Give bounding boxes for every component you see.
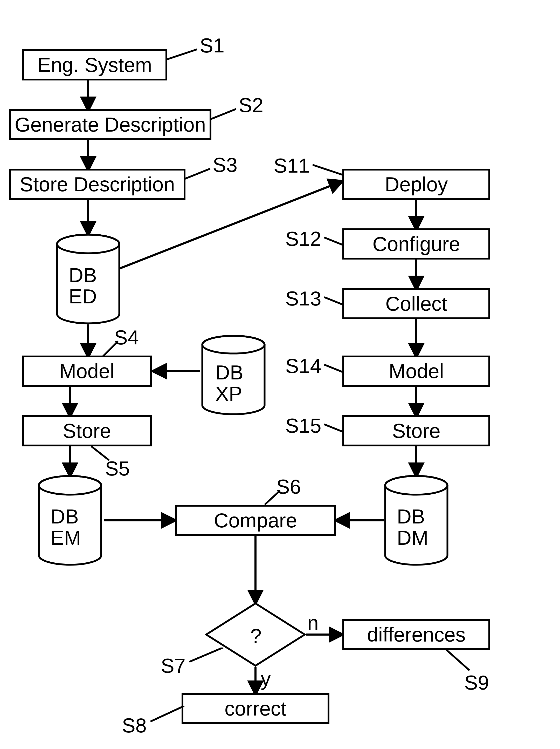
box-label: Store Description — [20, 173, 175, 196]
decision-label: ? — [250, 624, 262, 648]
box-label: Generate Description — [15, 113, 206, 136]
db-line1: DB — [397, 506, 428, 527]
db-em: DB EM — [38, 475, 103, 566]
step-label-s14: S14 — [285, 354, 321, 378]
box-label: Collect — [385, 292, 447, 316]
svg-line-38 — [324, 365, 344, 372]
box-deploy: Deploy — [342, 169, 490, 200]
step-label-s12: S12 — [285, 227, 321, 251]
svg-line-20 — [210, 109, 236, 120]
svg-line-35 — [313, 165, 344, 175]
box-label: Configure — [373, 232, 460, 256]
db-line2: DM — [397, 527, 428, 549]
leader-s4 — [103, 339, 128, 360]
decision-yes: y — [261, 667, 271, 691]
box-correct: correct — [182, 693, 330, 724]
db-line2: ED — [69, 286, 97, 307]
box-configure: Configure — [342, 228, 490, 259]
leader-s9 — [446, 649, 480, 676]
leader-s11 — [313, 162, 346, 178]
db-line1: DB — [215, 362, 243, 383]
leader-s1 — [166, 47, 202, 62]
flowchart-canvas: Eng. System S1 Generate Description S2 S… — [0, 0, 560, 749]
svg-line-24 — [103, 341, 118, 357]
box-generate-description: Generate Description — [9, 109, 211, 140]
box-eng-system: Eng. System — [22, 49, 167, 81]
db-line2: EM — [50, 527, 81, 549]
db-line1: DB — [50, 506, 81, 527]
step-label-s11: S11 — [274, 154, 310, 177]
box-model-right: Model — [342, 356, 490, 387]
decision-no: n — [307, 611, 318, 635]
step-label-s8: S8 — [122, 714, 147, 737]
box-store-right: Store — [342, 415, 490, 446]
svg-line-39 — [324, 424, 344, 432]
step-label-s15: S15 — [285, 414, 321, 437]
leader-s8 — [151, 706, 187, 727]
step-label-s2: S2 — [239, 93, 263, 117]
box-model-left: Model — [22, 356, 152, 387]
box-label: Deploy — [385, 173, 448, 196]
box-label: Model — [60, 360, 114, 383]
svg-line-30 — [265, 491, 280, 505]
box-label: Compare — [214, 509, 297, 532]
step-label-s13: S13 — [285, 287, 321, 311]
step-label-s1: S1 — [200, 34, 224, 57]
box-compare: Compare — [175, 505, 336, 536]
leader-s14 — [324, 362, 345, 375]
step-label-s3: S3 — [213, 153, 237, 177]
box-label: Store — [392, 419, 441, 443]
svg-line-32 — [189, 647, 223, 662]
leader-s7 — [189, 647, 226, 666]
db-dm: DB DM — [384, 475, 449, 566]
db-xp: DB XP — [201, 335, 266, 415]
box-store-left: Store — [22, 415, 152, 446]
step-label-s7: S7 — [161, 654, 185, 678]
leader-s15 — [324, 422, 345, 435]
box-differences: differences — [342, 619, 490, 650]
box-label: Store — [63, 419, 111, 443]
svg-line-36 — [324, 237, 344, 245]
db-ed: DB ED — [56, 234, 120, 324]
box-label: Eng. System — [37, 53, 152, 77]
box-store-description: Store Description — [9, 169, 185, 200]
svg-line-33 — [151, 706, 184, 722]
leader-s5 — [91, 446, 117, 464]
leader-s6 — [265, 489, 291, 507]
box-collect: Collect — [342, 288, 490, 319]
box-label: Model — [389, 360, 444, 383]
box-label: correct — [225, 697, 286, 721]
svg-line-21 — [184, 169, 210, 179]
db-line1: DB — [69, 265, 97, 286]
leader-s12 — [324, 235, 345, 248]
svg-line-27 — [91, 446, 109, 460]
svg-line-34 — [446, 649, 469, 670]
leader-s2 — [210, 106, 241, 122]
svg-line-37 — [324, 297, 344, 305]
svg-line-19 — [166, 49, 197, 60]
leader-s3 — [184, 166, 215, 182]
leader-s13 — [324, 295, 345, 307]
box-label: differences — [367, 623, 466, 646]
db-line2: XP — [215, 383, 243, 405]
